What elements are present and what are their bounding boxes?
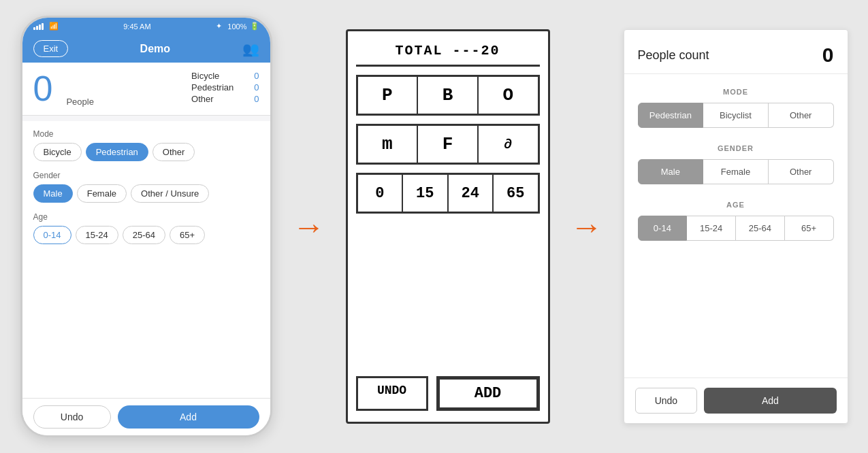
wf-b-cell: B	[418, 77, 479, 114]
phone-mockup: 📶 9:45 AM ✦ 100% 🔋 Exit Demo 👥 0 People	[20, 16, 272, 437]
exit-button[interactable]: Exit	[33, 40, 69, 57]
wf-0-cell: 0	[358, 175, 404, 212]
final-gender-seg-group: Male Female Other	[638, 159, 834, 184]
age-65plus-button[interactable]: 65+	[170, 226, 205, 244]
mode-other-button[interactable]: Other	[152, 143, 195, 161]
wf-o-cell: O	[479, 77, 538, 114]
signal-icon	[33, 23, 44, 30]
final-mode-pedestrian-button[interactable]: Pedestrian	[638, 103, 704, 128]
mode-pedestrian-button[interactable]: Pedestrian	[86, 143, 148, 161]
final-age-65plus-button[interactable]: 65+	[785, 216, 834, 241]
arrow-2: →	[570, 208, 603, 246]
age-label: Age	[33, 212, 259, 222]
big-count: 0	[33, 71, 53, 106]
gender-other-button[interactable]: Other / Unsure	[131, 184, 209, 203]
wf-m-cell: m	[358, 126, 419, 163]
final-header: People count 0	[624, 30, 848, 74]
final-ui: People count 0 MODE Pedestrian Bicyclist…	[624, 29, 848, 424]
gender-female-button[interactable]: Female	[77, 184, 127, 203]
age-group: Age 0-14 15-24 25-64 65+	[33, 212, 259, 244]
final-undo-button[interactable]: Undo	[635, 388, 698, 414]
age-15-24-button[interactable]: 15-24	[76, 226, 118, 244]
other-count-item: Other 0	[191, 94, 259, 104]
mode-bicycle-button[interactable]: Bicycle	[33, 143, 82, 161]
wf-24-cell: 24	[449, 175, 494, 212]
phone-footer: Undo Add	[22, 398, 270, 435]
wf-total: TOTAL ---20	[356, 42, 540, 67]
phone-undo-button[interactable]: Undo	[33, 405, 111, 429]
final-gender-label: GENDER	[638, 144, 834, 152]
wf-undo-button[interactable]: UNDO	[356, 376, 428, 411]
wifi-icon: 📶	[49, 22, 59, 31]
phone-body: 0 People Bicycle 0 Pedestrian 0 Other 0	[22, 63, 270, 398]
final-mode-seg-group: Pedestrian Bicyclist Other	[638, 103, 834, 128]
signal-area: 📶	[33, 22, 59, 31]
final-age-label: AGE	[638, 201, 834, 209]
mode-label: Mode	[33, 129, 259, 139]
phone-nav-bar: Exit Demo 👥	[22, 35, 270, 63]
pedestrian-value: 0	[254, 82, 259, 93]
phone-add-button[interactable]: Add	[118, 405, 259, 429]
mode-group: Mode Bicycle Pedestrian Other	[33, 129, 259, 161]
final-mode-other-button[interactable]: Other	[769, 103, 834, 128]
age-0-14-button[interactable]: 0-14	[33, 226, 71, 244]
bicycle-label: Bicycle	[191, 71, 219, 81]
wf-age-row: 0 15 24 65	[356, 173, 540, 214]
bicycle-value: 0	[254, 71, 259, 81]
age-25-64-button[interactable]: 25-64	[123, 226, 165, 244]
final-footer: Undo Add	[624, 378, 848, 423]
count-label: People	[66, 97, 93, 107]
wf-mode-row: P B O	[356, 75, 540, 116]
bluetooth-icon: ✦	[216, 22, 222, 31]
mode-btn-group: Bicycle Pedestrian Other	[33, 143, 259, 161]
count-section: 0 People Bicycle 0 Pedestrian 0 Other 0	[22, 63, 270, 116]
battery-icon: 🔋	[250, 22, 259, 31]
gender-male-button[interactable]: Male	[33, 184, 73, 203]
form-section: Mode Bicycle Pedestrian Other Gender Mal…	[22, 121, 270, 398]
wf-p-cell: P	[358, 77, 419, 114]
other-value: 0	[254, 94, 259, 104]
wf-other-cell: ∂	[479, 126, 538, 163]
wf-add-button[interactable]: ADD	[436, 376, 540, 411]
final-gender-male-button[interactable]: Male	[638, 159, 704, 184]
gender-btn-group: Male Female Other / Unsure	[33, 184, 259, 203]
final-gender-other-button[interactable]: Other	[769, 159, 834, 184]
final-count: 0	[822, 44, 834, 67]
final-gender-group: GENDER Male Female Other	[638, 144, 834, 184]
wireframe: TOTAL ---20 P B O m F ∂ 0 15 24 65 UNDO …	[346, 29, 550, 424]
phone-status-bar: 📶 9:45 AM ✦ 100% 🔋	[22, 18, 270, 35]
final-gender-female-button[interactable]: Female	[703, 159, 769, 184]
final-age-0-14-button[interactable]: 0-14	[638, 216, 688, 241]
wf-15-cell: 15	[403, 175, 449, 212]
final-mode-label: MODE	[638, 88, 834, 96]
wf-f-cell: F	[418, 126, 479, 163]
pedestrian-label: Pedestrian	[191, 82, 234, 93]
final-title: People count	[638, 48, 709, 63]
final-age-seg-group: 0-14 15-24 25-64 65+	[638, 216, 834, 241]
wf-gender-row: m F ∂	[356, 124, 540, 165]
wf-btn-row: UNDO ADD	[356, 376, 540, 411]
final-body: MODE Pedestrian Bicyclist Other GENDER M…	[624, 74, 848, 378]
final-mode-bicyclist-button[interactable]: Bicyclist	[703, 103, 769, 128]
status-time: 9:45 AM	[123, 22, 150, 31]
users-icon: 👥	[242, 41, 259, 57]
wf-65-cell: 65	[494, 175, 538, 212]
main-container: 📶 9:45 AM ✦ 100% 🔋 Exit Demo 👥 0 People	[0, 0, 868, 453]
bicycle-count-item: Bicycle 0	[191, 71, 259, 81]
gender-label: Gender	[33, 171, 259, 180]
battery-area: ✦ 100% 🔋	[216, 22, 259, 31]
final-age-15-24-button[interactable]: 15-24	[687, 216, 736, 241]
final-age-group: AGE 0-14 15-24 25-64 65+	[638, 201, 834, 241]
final-age-25-64-button[interactable]: 25-64	[736, 216, 785, 241]
battery-percent: 100%	[227, 22, 246, 31]
count-items: Bicycle 0 Pedestrian 0 Other 0	[191, 71, 259, 104]
arrow-1: →	[293, 208, 325, 246]
final-mode-group: MODE Pedestrian Bicyclist Other	[638, 88, 834, 128]
age-btn-group: 0-14 15-24 25-64 65+	[33, 226, 259, 244]
final-add-button[interactable]: Add	[704, 388, 836, 414]
nav-title: Demo	[140, 43, 170, 55]
pedestrian-count-item: Pedestrian 0	[191, 82, 259, 93]
gender-group: Gender Male Female Other / Unsure	[33, 171, 259, 203]
other-label: Other	[191, 94, 214, 104]
